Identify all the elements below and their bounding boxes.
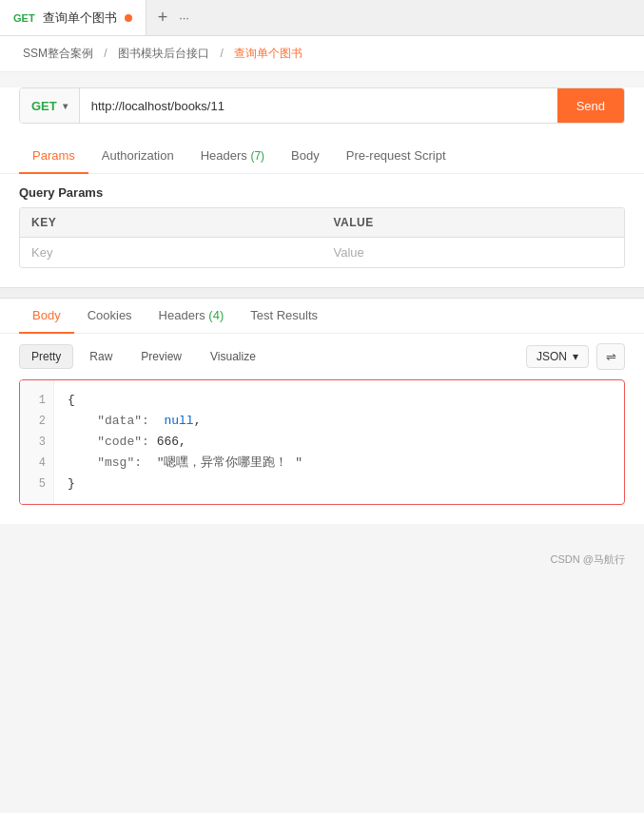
tab-dot [125,14,132,22]
fmt-pretty[interactable]: Pretty [19,344,73,369]
col-value-header: VALUE [322,208,625,237]
breadcrumb-sep-2: / [220,47,226,60]
fmt-raw[interactable]: Raw [77,344,125,369]
footer: CSDN @马航行 [0,543,644,576]
breadcrumb-part-1[interactable]: SSM整合案例 [23,47,93,60]
tab-params[interactable]: Params [19,139,88,174]
fmt-visualize[interactable]: Visualize [198,344,268,369]
url-input[interactable] [80,99,557,113]
line-numbers: 1 2 3 4 5 [20,380,54,504]
breadcrumb-sep-1: / [104,47,110,60]
col-key-header: KEY [20,208,322,237]
tab-headers[interactable]: Headers (7) [187,139,278,174]
new-tab-icon[interactable]: + [158,8,168,28]
json-lines: 1 2 3 4 5 { "data": null, "code": 666, "… [20,380,624,504]
params-row-1: Key Value [20,238,624,267]
params-header: KEY VALUE [20,208,624,238]
code-line-3: "code": 666, [68,432,611,453]
main-content: GET ▾ Send Params Authorization Headers … [0,87,644,524]
request-tabs: Params Authorization Headers (7) Body Pr… [0,139,644,174]
format-bar: Pretty Raw Preview Visualize JSON ▾ ⇌ [0,334,644,379]
breadcrumb-current: 查询单个图书 [234,47,302,60]
param-key-input[interactable]: Key [20,238,322,267]
tab-title: 查询单个图书 [43,10,117,27]
tab-pre-request-script[interactable]: Pre-request Script [333,139,459,174]
send-button[interactable]: Send [557,88,624,123]
line-num-5: 5 [20,474,53,494]
res-tab-cookies[interactable]: Cookies [74,299,146,334]
query-params-title: Query Params [0,174,644,207]
method-label: GET [31,99,57,113]
active-tab[interactable]: GET 查询单个图书 [0,0,146,35]
breadcrumb-part-2[interactable]: 图书模块后台接口 [118,47,209,60]
json-format-label: JSON [537,350,567,363]
line-num-3: 3 [20,432,53,453]
line-num-4: 4 [20,453,53,474]
footer-text: CSDN @马航行 [551,553,625,565]
code-line-1: { [68,390,611,411]
code-line-2: "data": null, [68,411,611,432]
breadcrumb: SSM整合案例 / 图书模块后台接口 / 查询单个图书 [0,36,644,72]
response-tabs: Body Cookies Headers (4) Test Results [0,299,644,334]
line-num-2: 2 [20,411,53,432]
response-section: Body Cookies Headers (4) Test Results Pr… [0,299,644,524]
method-select[interactable]: GET ▾ [20,88,80,123]
json-format-select[interactable]: JSON ▾ [526,345,589,368]
url-bar: GET ▾ Send [19,87,625,124]
section-divider [0,287,644,299]
chevron-down-icon: ▾ [63,101,68,111]
more-tabs-icon[interactable]: ··· [179,10,189,25]
tab-authorization[interactable]: Authorization [88,139,187,174]
wrap-button[interactable]: ⇌ [596,343,625,370]
tab-bar: GET 查询单个图书 + ··· [0,0,644,36]
json-code: { "data": null, "code": 666, "msg": "嗯嘿，… [54,380,624,504]
format-right-controls: JSON ▾ ⇌ [526,343,625,370]
res-tab-body[interactable]: Body [19,299,74,334]
json-viewer: 1 2 3 4 5 { "data": null, "code": 666, "… [19,379,625,505]
wrap-icon: ⇌ [606,350,616,364]
tab-method: GET [13,12,35,24]
params-table: KEY VALUE Key Value [19,207,625,268]
res-tab-test-results[interactable]: Test Results [237,299,331,334]
tab-body[interactable]: Body [278,139,333,174]
json-format-chevron: ▾ [573,350,578,363]
code-line-5: } [68,474,611,494]
line-num-1: 1 [20,390,53,411]
param-value-input[interactable]: Value [322,238,625,267]
code-line-4: "msg": "嗯嘿，异常你哪里跑！ " [68,453,611,474]
res-tab-headers[interactable]: Headers (4) [146,299,238,334]
fmt-preview[interactable]: Preview [128,344,194,369]
tab-actions: + ··· [146,8,201,28]
